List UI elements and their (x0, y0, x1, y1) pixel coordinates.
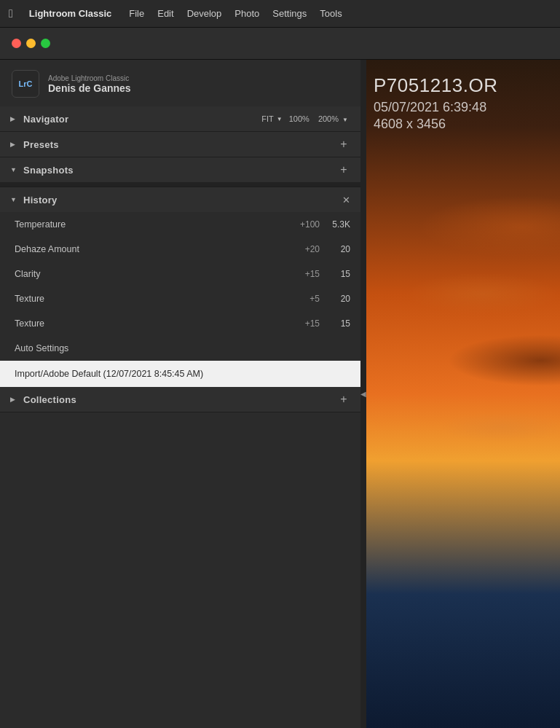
history-row-import[interactable]: Import/Adobe Default (12/07/2021 8:45:45… (0, 361, 360, 387)
history-delta-dehaze: +20 (291, 244, 320, 254)
collections-section: ▶ Collections + (0, 387, 360, 412)
history-section: ▼ History ✕ Temperature +100 5.3K Dehaze… (0, 187, 360, 387)
navigator-controls: FIT ▼ 100% 200% ▼ (261, 114, 350, 123)
history-label-clarity: Clarity (15, 269, 291, 279)
panel-strip-arrow-icon: ◀ (360, 390, 366, 398)
snapshots-arrow-icon: ▼ (10, 166, 17, 173)
snapshots-header[interactable]: ▼ Snapshots + (0, 157, 360, 182)
history-row-dehaze[interactable]: Dehaze Amount +20 20 (0, 237, 360, 262)
history-value-texture1: 20 (328, 294, 350, 304)
apple-icon:  (9, 7, 13, 20)
history-row-texture2[interactable]: Texture +15 15 (0, 311, 360, 336)
collections-arrow-icon: ▶ (10, 396, 17, 403)
history-row-temperature[interactable]: Temperature +100 5.3K (0, 212, 360, 237)
app-subtitle: Adobe Lightroom Classic (48, 74, 131, 82)
photo-filename: P7051213.OR (374, 74, 498, 97)
navigator-header[interactable]: ▶ Navigator FIT ▼ 100% 200% ▼ (0, 106, 360, 131)
history-header[interactable]: ▼ History ✕ (0, 187, 360, 212)
pct-200-button[interactable]: 200% ▼ (316, 114, 350, 123)
maximize-button[interactable] (41, 39, 50, 48)
photo-clouds (366, 60, 560, 728)
close-button[interactable] (12, 39, 21, 48)
history-row-auto-settings[interactable]: Auto Settings (0, 336, 360, 361)
history-delta-clarity: +15 (291, 269, 320, 279)
collections-title: Collections (23, 394, 337, 405)
history-row-clarity[interactable]: Clarity +15 15 (0, 262, 360, 286)
history-label-temperature: Temperature (15, 219, 291, 230)
history-label-texture1: Texture (15, 294, 291, 304)
lrc-badge: LrC (12, 70, 39, 98)
history-delta-texture2: +15 (291, 318, 320, 329)
pct200-chevron-icon: ▼ (342, 117, 348, 123)
history-label-dehaze: Dehaze Amount (15, 244, 291, 254)
history-close-button[interactable]: ✕ (342, 195, 350, 206)
sidebar: LrC Adobe Lightroom Classic Denis de Gan… (0, 60, 360, 728)
presets-title: Presets (23, 139, 337, 150)
history-label-auto-settings: Auto Settings (15, 343, 291, 353)
fit-control[interactable]: FIT ▼ (261, 114, 282, 123)
snapshots-section: ▼ Snapshots + (0, 157, 360, 187)
fit-chevron-icon: ▼ (277, 116, 283, 122)
history-value-temperature: 5.3K (328, 219, 350, 230)
minimize-button[interactable] (26, 39, 36, 48)
menu-photo[interactable]: Photo (234, 8, 259, 19)
menu-bar:  Lightroom Classic File Edit Develop Ph… (0, 0, 560, 28)
history-value-texture2: 15 (328, 318, 350, 329)
pct-100-button[interactable]: 100% (287, 114, 312, 123)
snapshots-title: Snapshots (23, 165, 337, 176)
history-value-dehaze: 20 (328, 244, 350, 254)
presets-section: ▶ Presets + (0, 132, 360, 157)
menu-settings[interactable]: Settings (272, 8, 307, 19)
history-label-import: Import/Adobe Default (12/07/2021 8:45:45… (15, 369, 203, 379)
snapshots-content-area (0, 182, 360, 187)
history-content: Temperature +100 5.3K Dehaze Amount +20 … (0, 212, 360, 387)
panel-collapse-button[interactable]: ◀ (360, 60, 366, 728)
traffic-lights (12, 39, 50, 48)
navigator-section: ▶ Navigator FIT ▼ 100% 200% ▼ (0, 106, 360, 132)
navigator-title: Navigator (23, 114, 261, 125)
menu-edit[interactable]: Edit (157, 8, 173, 19)
snapshots-add-button[interactable]: + (337, 164, 350, 176)
navigator-arrow-icon: ▶ (10, 115, 17, 122)
history-arrow-icon: ▼ (10, 196, 17, 203)
menu-develop[interactable]: Develop (187, 8, 222, 19)
history-label-texture2: Texture (15, 318, 291, 329)
history-value-clarity: 15 (328, 269, 350, 279)
menu-file[interactable]: File (129, 8, 144, 19)
app-title: Denis de Gannes (48, 82, 131, 94)
app-header-text: Adobe Lightroom Classic Denis de Gannes (48, 74, 131, 94)
photo-info-overlay: P7051213.OR 05/07/2021 6:39:48 4608 x 34… (374, 74, 498, 132)
photo-panel: P7051213.OR 05/07/2021 6:39:48 4608 x 34… (366, 60, 560, 728)
history-title: History (23, 195, 342, 206)
presets-header[interactable]: ▶ Presets + (0, 132, 360, 157)
title-bar (0, 28, 560, 60)
photo-dimensions: 4608 x 3456 (374, 117, 498, 132)
collections-add-button[interactable]: + (337, 394, 350, 405)
presets-arrow-icon: ▶ (10, 141, 17, 148)
history-delta-temperature: +100 (291, 219, 320, 230)
fit-label: FIT (261, 114, 274, 123)
app-header: LrC Adobe Lightroom Classic Denis de Gan… (0, 60, 360, 106)
collections-header[interactable]: ▶ Collections + (0, 387, 360, 412)
history-delta-texture1: +5 (291, 294, 320, 304)
photo-date: 05/07/2021 6:39:48 (374, 100, 498, 115)
history-row-texture1[interactable]: Texture +5 20 (0, 286, 360, 311)
main-layout: LrC Adobe Lightroom Classic Denis de Gan… (0, 60, 560, 728)
menu-tools[interactable]: Tools (320, 8, 342, 19)
presets-add-button[interactable]: + (337, 138, 350, 150)
menu-app-name[interactable]: Lightroom Classic (29, 8, 111, 19)
